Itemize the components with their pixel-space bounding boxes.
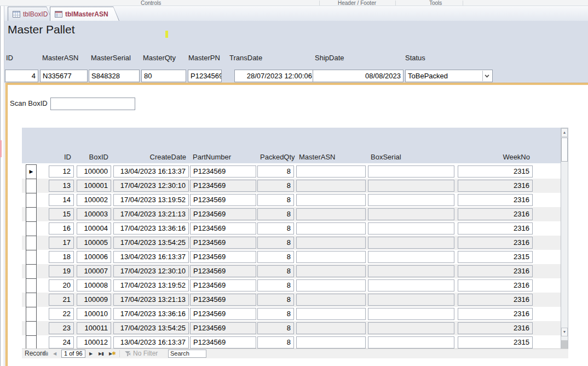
cell-weekno[interactable]: 2316: [458, 279, 533, 291]
no-filter-button[interactable]: No Filter: [133, 349, 158, 358]
cell-boxserial[interactable]: [368, 251, 454, 263]
cell-partnumber[interactable]: P1234569: [190, 308, 256, 320]
cell-packedqty[interactable]: 8: [257, 251, 294, 263]
cell-boxid[interactable]: 100002: [77, 194, 111, 206]
cell-packedqty[interactable]: 8: [257, 279, 294, 291]
first-record-button[interactable]: ▮◀: [43, 349, 48, 358]
field-masterasn-input[interactable]: N335677: [40, 70, 88, 82]
scrollbar-thumb[interactable]: [561, 138, 568, 162]
cell-createdate[interactable]: 13/04/2023 16:13:37: [113, 251, 189, 263]
cell-createdate[interactable]: 17/04/2023 13:54:25: [113, 322, 189, 334]
cell-createdate[interactable]: 13/04/2023 16:13:37: [113, 336, 189, 348]
cell-createdate[interactable]: 17/04/2023 13:36:16: [113, 222, 189, 235]
cell-createdate[interactable]: 17/04/2023 13:54:25: [113, 237, 189, 249]
cell-createdate[interactable]: 17/04/2023 13:36:16: [113, 308, 189, 320]
cell-id[interactable]: 13: [49, 180, 74, 192]
cell-id[interactable]: 23: [49, 322, 74, 334]
field-masterserial-input[interactable]: S848328: [89, 70, 140, 82]
record-selector[interactable]: [26, 193, 37, 208]
cell-packedqty[interactable]: 8: [257, 208, 294, 220]
record-search-input[interactable]: Search: [168, 350, 206, 358]
cell-masterasn[interactable]: [296, 237, 366, 249]
new-record-button[interactable]: ▶✱: [109, 349, 116, 358]
cell-boxid[interactable]: 100009: [77, 294, 111, 306]
cell-boxserial[interactable]: [368, 322, 454, 334]
cell-boxserial[interactable]: [368, 208, 454, 220]
cell-masterasn[interactable]: [296, 336, 366, 348]
cell-createdate[interactable]: 17/04/2023 13:19:52: [113, 194, 189, 206]
cell-id[interactable]: 16: [49, 222, 74, 235]
record-selector[interactable]: [26, 179, 37, 193]
cell-boxserial[interactable]: [368, 265, 454, 277]
tab-tblmasterasn[interactable]: tblMasterASN: [50, 7, 119, 21]
scan-boxid-input[interactable]: [50, 98, 135, 110]
cell-boxserial[interactable]: [368, 222, 454, 235]
cell-packedqty[interactable]: 8: [257, 294, 294, 306]
record-selector[interactable]: [26, 250, 37, 265]
record-selector[interactable]: [26, 307, 37, 322]
cell-createdate[interactable]: 17/04/2023 13:21:13: [113, 208, 189, 220]
cell-boxserial[interactable]: [368, 194, 454, 206]
record-position-box[interactable]: 1 of 96: [61, 350, 85, 358]
cell-weekno[interactable]: 2316: [458, 265, 533, 277]
record-selector[interactable]: [26, 221, 37, 236]
cell-masterasn[interactable]: [296, 165, 366, 178]
cell-masterasn[interactable]: [296, 208, 366, 220]
field-masterqty-input[interactable]: 80: [141, 70, 186, 82]
cell-masterasn[interactable]: [296, 180, 366, 192]
cell-weekno[interactable]: 2316: [458, 237, 533, 249]
cell-masterasn[interactable]: [296, 294, 366, 306]
cell-weekno[interactable]: 2316: [458, 208, 533, 220]
cell-id[interactable]: 14: [49, 194, 74, 206]
cell-id[interactable]: 19: [49, 265, 74, 277]
record-selector[interactable]: [26, 278, 37, 293]
cell-boxserial[interactable]: [368, 308, 454, 320]
cell-boxid[interactable]: 100005: [77, 237, 111, 249]
field-id-input[interactable]: 4: [5, 70, 38, 82]
field-transdate-input[interactable]: 28/07/2023 12:00:06: [234, 70, 315, 82]
cell-packedqty[interactable]: 8: [257, 194, 294, 206]
cell-boxid[interactable]: 100000: [77, 165, 111, 178]
cell-weekno[interactable]: 2316: [458, 322, 533, 334]
cell-boxserial[interactable]: [368, 336, 454, 348]
record-selector[interactable]: [26, 207, 37, 222]
cell-weekno[interactable]: 2315: [458, 165, 533, 178]
cell-boxid[interactable]: 100003: [77, 208, 111, 220]
cell-partnumber[interactable]: P1234569: [190, 222, 256, 235]
cell-masterasn[interactable]: [296, 222, 366, 235]
cell-masterasn[interactable]: [296, 251, 366, 263]
cell-weekno[interactable]: 2316: [458, 222, 533, 235]
cell-boxid[interactable]: 100011: [77, 322, 111, 334]
tab-tblboxid[interactable]: tblBoxID: [8, 7, 53, 21]
cell-id[interactable]: 24: [49, 336, 74, 348]
cell-partnumber[interactable]: P1234569: [190, 180, 256, 192]
current-record-selector[interactable]: ▶: [26, 164, 37, 179]
cell-id[interactable]: 22: [49, 308, 74, 320]
cell-partnumber[interactable]: P1234569: [190, 194, 256, 206]
cell-boxid[interactable]: 100010: [77, 308, 111, 320]
cell-partnumber[interactable]: P1234569: [190, 251, 256, 263]
cell-boxserial[interactable]: [368, 237, 454, 249]
cell-masterasn[interactable]: [296, 308, 366, 320]
cell-packedqty[interactable]: 8: [257, 265, 294, 277]
cell-createdate[interactable]: 17/04/2023 13:19:52: [113, 279, 189, 291]
status-dropdown-button[interactable]: [482, 71, 492, 81]
cell-id[interactable]: 15: [49, 208, 74, 220]
cell-packedqty[interactable]: 8: [257, 237, 294, 249]
cell-packedqty[interactable]: 8: [257, 165, 294, 178]
next-record-button[interactable]: ▶: [89, 349, 92, 358]
cell-id[interactable]: 17: [49, 237, 74, 249]
cell-id[interactable]: 20: [49, 279, 74, 291]
cell-boxserial[interactable]: [368, 165, 454, 178]
cell-boxserial[interactable]: [368, 294, 454, 306]
cell-boxserial[interactable]: [368, 279, 454, 291]
cell-createdate[interactable]: 17/04/2023 12:30:10: [113, 180, 189, 192]
cell-boxid[interactable]: 100004: [77, 222, 111, 235]
field-status-input[interactable]: ToBePacked: [405, 70, 493, 82]
cell-packedqty[interactable]: 8: [257, 336, 294, 348]
cell-partnumber[interactable]: P1234569: [190, 294, 256, 306]
cell-boxid[interactable]: 100001: [77, 180, 111, 192]
cell-masterasn[interactable]: [296, 194, 366, 206]
cell-weekno[interactable]: 2316: [458, 180, 533, 192]
cell-id[interactable]: 12: [49, 165, 74, 178]
